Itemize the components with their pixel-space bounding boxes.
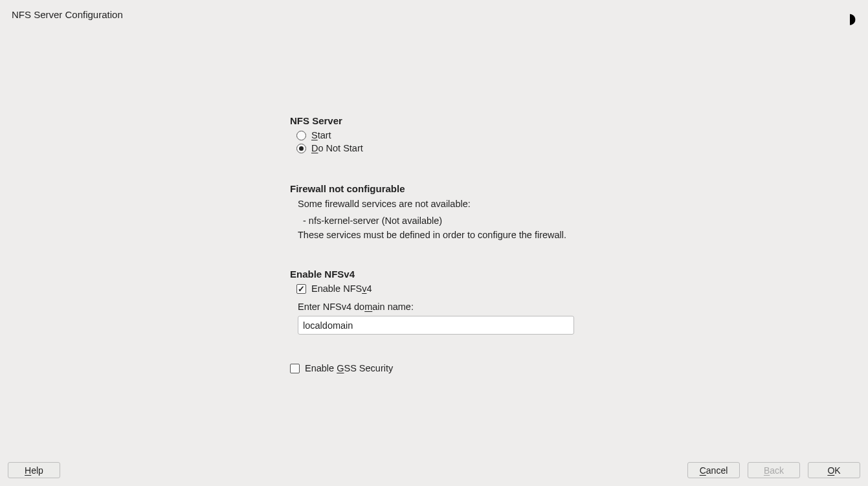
firewall-section: Firewall not configurable Some firewalld…	[290, 183, 575, 240]
cancel-button[interactable]: Cancel	[687, 462, 740, 478]
firewall-desc: Some firewalld services are not availabl…	[290, 197, 575, 212]
nfs-server-donotstart-label[interactable]: Do Not Start	[311, 143, 363, 153]
gss-section: Enable GSS Security	[290, 362, 575, 375]
dark-mode-icon[interactable]: ◗	[849, 10, 856, 27]
nfs-server-donotstart-radio[interactable]	[296, 144, 306, 153]
nfsv4-section: Enable NFSv4 Enable NFSv4 Enter NFSv4 do…	[290, 269, 575, 335]
ok-button[interactable]: OK	[808, 462, 860, 478]
firewall-missing-service: - nfs-kernel-server (Not available)	[290, 215, 575, 226]
enable-gss-label[interactable]: Enable GSS Security	[305, 363, 393, 373]
nfsv4-domain-label: Enter NFSv4 domain name:	[290, 302, 575, 312]
back-button: Back	[748, 462, 800, 478]
enable-nfsv4-checkbox[interactable]	[296, 284, 306, 294]
enable-nfsv4-label[interactable]: Enable NFSv4	[311, 283, 372, 294]
nfs-server-start-label[interactable]: Start	[311, 130, 331, 140]
help-button[interactable]: Help	[8, 462, 60, 478]
firewall-heading: Firewall not configurable	[290, 183, 575, 194]
button-bar: Help Cancel Back OK	[0, 462, 868, 478]
nfs-server-heading: NFS Server	[290, 115, 575, 126]
nfsv4-domain-input[interactable]	[298, 316, 574, 335]
firewall-note: These services must be defined in order …	[290, 230, 575, 240]
enable-gss-checkbox[interactable]	[290, 364, 300, 373]
nfs-server-start-radio[interactable]	[296, 131, 306, 140]
nfs-server-section: NFS Server Start Do Not Start	[290, 115, 575, 155]
page-title: NFS Server Configuration	[12, 9, 123, 20]
nfsv4-heading: Enable NFSv4	[290, 269, 575, 280]
